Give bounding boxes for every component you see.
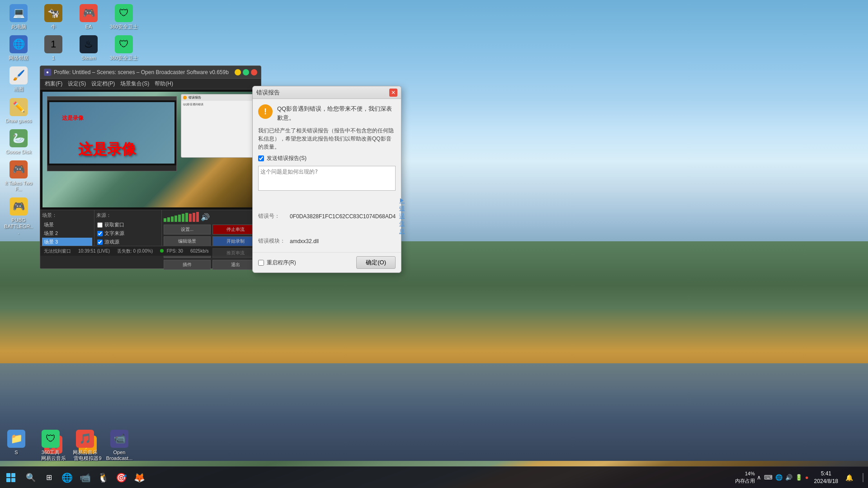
desktop-icon-paint[interactable]: 🖌️ 画图 bbox=[2, 65, 35, 94]
desktop-icon-1[interactable]: 1 1 bbox=[37, 33, 70, 63]
obs-scene-2[interactable]: 场景 2 bbox=[42, 229, 92, 238]
vol-bar-6 bbox=[182, 214, 184, 222]
error-dialog-info-link[interactable]: ▶ 错误信息 bbox=[399, 197, 405, 235]
widgets-icon: ⊞ bbox=[46, 473, 52, 482]
desktop-icon-label: 360安全卫士 bbox=[110, 24, 138, 30]
taskbar-search-button[interactable]: 🔍 bbox=[22, 467, 40, 488]
obs-titlebar[interactable]: ● Profile: Untitled – Scenes: scenes – O… bbox=[40, 66, 261, 79]
error-dialog-send-label: 发送错误报告(S) bbox=[267, 155, 307, 162]
obs-menu-profile[interactable]: 设定档(P) bbox=[89, 80, 118, 88]
desktop-icon-pubg[interactable]: 🎮 PUBG BATTLEGR... bbox=[2, 196, 35, 237]
obs-bottom: 场景： 场景 场景 2 场景 3 来源： 获取窗口 文字来源 bbox=[40, 210, 261, 268]
obs-mute-btn[interactable]: 🔊 bbox=[201, 213, 210, 221]
obs-fps-dot bbox=[160, 249, 164, 253]
desktop-icons-col1: 💻 此电脑 🌐 网络邻居 🖌️ 画图 ✏️ Draw guess 🦢 Goose… bbox=[2, 2, 35, 237]
taskbar-app4-button[interactable]: 🎯 bbox=[112, 467, 130, 488]
error-dialog-send-checkbox[interactable] bbox=[258, 155, 264, 161]
obs-maximize-btn[interactable] bbox=[243, 69, 249, 75]
keyboard-icon[interactable]: ⌨ bbox=[764, 474, 773, 481]
chevron-up-icon[interactable]: ∧ bbox=[757, 474, 761, 481]
obs-plugin-btn[interactable]: 插件 bbox=[164, 260, 211, 270]
error-dialog-main-text: QQ影音遇到错误，给您带来不便，我们深表歉意。 bbox=[277, 104, 396, 122]
obs-controls-panel: 🔊 设置... 停止串流 编辑场景 开始录制 全域来源… 推页串流 bbox=[161, 210, 261, 246]
error-dialog: 错误报告 ✕ ! QQ影音遇到错误，给您带来不便，我们深表歉意。 我们已经产生了… bbox=[252, 86, 401, 273]
desktop-icon-steam[interactable]: ♨ Steam bbox=[72, 33, 105, 63]
network-icon[interactable]: 🌐 bbox=[775, 474, 783, 481]
desktop-icon-label: 360工具 bbox=[42, 450, 60, 455]
desktop-icon-label: EA bbox=[85, 24, 92, 30]
taskbar-app5-button[interactable]: 🦊 bbox=[130, 467, 148, 488]
error-dialog-title: 错误报告 bbox=[256, 89, 389, 97]
desktop-icon-netease2[interactable]: 🎵 网易云音乐 bbox=[69, 428, 101, 463]
taskbar-clock[interactable]: 5:41 2024/8/18 bbox=[811, 470, 842, 485]
clock-date: 2024/8/18 bbox=[814, 478, 838, 485]
vol-bar-9 bbox=[193, 213, 195, 222]
desktop-icon-goosedisk[interactable]: 🦢 Goose Disk bbox=[2, 127, 35, 157]
desktop-icon-network[interactable]: 🌐 网络邻居 bbox=[2, 33, 35, 63]
obs-ctrl-row1: 设置... 停止串流 bbox=[164, 225, 259, 235]
desktop-icon-360d[interactable]: 🛡 360工具 bbox=[34, 428, 67, 463]
obs-scenes-sources: 场景： 场景 场景 2 场景 3 来源： 获取窗口 文字来源 bbox=[40, 210, 261, 246]
desktop-icon-360b[interactable]: 🛡 360安全卫士 bbox=[108, 33, 140, 63]
obs-close-btn[interactable] bbox=[251, 69, 257, 75]
obs-preview-dialog: 错误报告 QQ影音遇到错误 bbox=[181, 94, 256, 158]
obs-menu-scenes[interactable]: 场景集合(S) bbox=[118, 80, 152, 88]
error-dialog-textarea[interactable] bbox=[258, 166, 396, 191]
taskbar-show-desktop-btn[interactable] bbox=[856, 473, 863, 482]
clock-time: 5:41 bbox=[814, 470, 838, 478]
desktop-icon-label: 网易云音乐 bbox=[73, 450, 98, 455]
windows-logo-icon bbox=[6, 473, 15, 482]
taskbar-qq-button[interactable]: 🐧 bbox=[94, 467, 112, 488]
desktop-icon-360[interactable]: 🛡 360安全卫士 bbox=[108, 2, 140, 32]
battery-icon[interactable]: 🔋 bbox=[795, 474, 802, 481]
taskbar-edge-button[interactable]: 🌐 bbox=[58, 467, 76, 488]
qqgame-icon[interactable]: ● bbox=[805, 474, 809, 481]
obs-app-icon: ● bbox=[44, 69, 51, 76]
volume-icon[interactable]: 🔊 bbox=[785, 474, 793, 481]
obs-sources-panel: 来源： 获取窗口 文字来源 游戏源 显示器获取 bbox=[94, 210, 161, 246]
obs-source-game: 游戏源 bbox=[96, 238, 160, 246]
obs-menu-file[interactable]: 档案(F) bbox=[42, 80, 65, 88]
obs-settings-btn[interactable]: 设置... bbox=[164, 225, 211, 235]
desktop-icon-ea[interactable]: 🎮 EA bbox=[72, 2, 105, 32]
taskbar-start-button[interactable] bbox=[0, 467, 22, 488]
obs-scene-3[interactable]: 场景 3 bbox=[42, 238, 92, 246]
vol-bar-7 bbox=[185, 213, 188, 222]
error-dialog-close-btn[interactable]: ✕ bbox=[389, 89, 397, 97]
desktop-icon-drawguess[interactable]: ✏️ Draw guess bbox=[2, 96, 35, 126]
taskbar-widgets-button[interactable]: ⊞ bbox=[40, 467, 58, 488]
desktop: 💻 此电脑 🌐 网络邻居 🖌️ 画图 ✏️ Draw guess 🦢 Goose… bbox=[0, 0, 868, 488]
error-dialog-ok-btn[interactable]: 确定(O) bbox=[356, 256, 396, 269]
desktop-icon-computer[interactable]: 💻 此电脑 bbox=[2, 2, 35, 32]
obs-scenes-label: 场景： bbox=[42, 212, 92, 219]
obs-status-fps: FPS: 30 bbox=[160, 249, 183, 253]
obs-menu-help[interactable]: 帮助(H) bbox=[152, 80, 176, 88]
error-dialog-footer: 重启程序(R) 确定(O) bbox=[253, 252, 401, 272]
vol-bar-3 bbox=[171, 216, 174, 222]
notification-icon: 🔔 bbox=[845, 474, 853, 481]
desktop-icon-obs-icon[interactable]: 📹 Open Broadcast... bbox=[103, 428, 136, 463]
obs-edit-scene-btn[interactable]: 编辑场景 bbox=[164, 236, 211, 246]
desktop-icon-cow[interactable]: 🐄 牛 bbox=[37, 2, 70, 32]
obs-minimize-btn[interactable] bbox=[235, 69, 241, 75]
desktop-icon-label: 1 bbox=[52, 55, 55, 61]
desktop-icon-ittakes[interactable]: 🎮 It Takes Two F... bbox=[2, 159, 35, 194]
obs-volume-section: 🔊 bbox=[164, 212, 259, 222]
obs-source-text-cb[interactable] bbox=[97, 231, 103, 236]
obs-preview-content: 这是录像 错误报告 QQ影音遇到错误 这是录像 bbox=[42, 92, 259, 207]
desktop-icon-label: It Takes Two F... bbox=[4, 180, 33, 192]
app5-icon: 🦊 bbox=[134, 472, 145, 483]
obs-source-game-cb[interactable] bbox=[97, 239, 103, 245]
error-dialog-module-row: 错误模块： amdxx32.dll bbox=[258, 237, 396, 245]
error-dialog-number-row: 错误号： 0F0DA3828F1FC1C62CC83C1074D68AD4 ▶ … bbox=[258, 197, 396, 235]
obs-scene-1[interactable]: 场景 bbox=[42, 221, 92, 229]
taskbar-obs-button[interactable]: 📹 bbox=[76, 467, 94, 488]
desktop-icon-label: 此电脑 bbox=[11, 24, 26, 30]
obs-menu-settings[interactable]: 设定(S) bbox=[65, 80, 89, 88]
error-dialog-restart-checkbox[interactable] bbox=[258, 260, 264, 266]
taskbar-notification-btn[interactable]: 🔔 bbox=[844, 472, 854, 483]
taskbar: 🔍 ⊞ 🌐 📹 🐧 🎯 🦊 14% 内存占用 ∧ ⌨ bbox=[0, 466, 868, 488]
obs-source-text-label: 文字来源 bbox=[104, 230, 124, 237]
desktop-icon-s[interactable]: 📁 S bbox=[0, 428, 33, 463]
obs-source-window-cb[interactable] bbox=[97, 222, 103, 228]
